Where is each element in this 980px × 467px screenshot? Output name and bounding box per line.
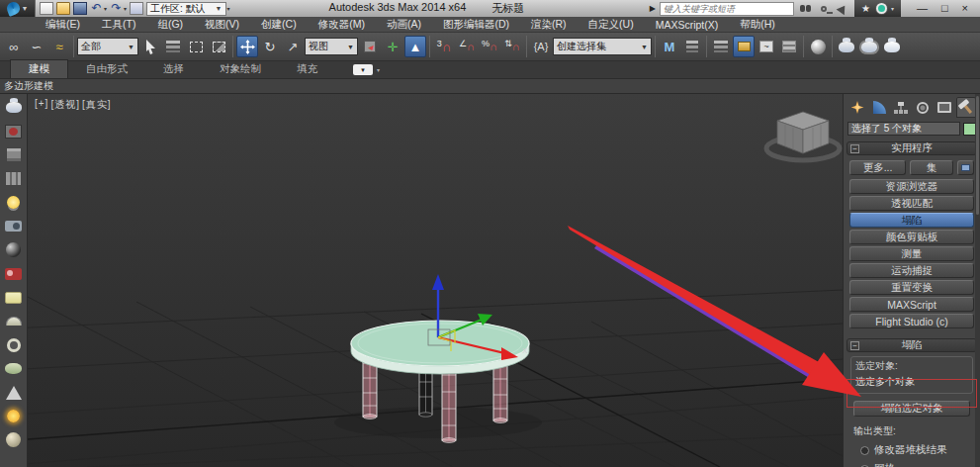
dark-sphere-icon[interactable] xyxy=(3,239,24,260)
ribbon-options-icon[interactable]: ▾ xyxy=(377,66,380,73)
ribbon-tab-selection[interactable]: 选择 xyxy=(145,60,202,78)
ribbon-tab-modeling[interactable]: 建模 xyxy=(10,59,68,78)
utilities-rollout-header[interactable]: − 实用程序 xyxy=(846,141,977,155)
application-menu-button[interactable]: ▼ xyxy=(0,0,36,18)
ribbon-toggle-icon[interactable] xyxy=(733,36,755,57)
red-camera-icon[interactable] xyxy=(3,263,24,284)
rendered-frame-icon[interactable] xyxy=(3,121,24,141)
teapot-primitive-icon[interactable] xyxy=(3,358,24,379)
named-selection-set-combo[interactable]: 创建选择集▼ xyxy=(553,38,652,55)
material-editor-icon[interactable] xyxy=(807,36,829,57)
menu-modifiers[interactable]: 修改器(M) xyxy=(309,18,375,32)
cone-primitive-icon[interactable] xyxy=(3,382,24,403)
collapse-rollout-icon[interactable]: − xyxy=(850,144,859,153)
menu-graph-editors[interactable]: 图形编辑器(D) xyxy=(433,18,519,32)
select-and-move-icon[interactable] xyxy=(236,36,258,57)
angle-snap-icon[interactable]: ∠∩ xyxy=(456,36,478,57)
ribbon-tab-freeform[interactable]: 自由形式 xyxy=(68,60,145,78)
workspace-options-icon[interactable]: ▾ xyxy=(227,5,230,12)
ribbon-minimize-icon[interactable]: ▼ xyxy=(353,64,373,75)
open-file-icon[interactable] xyxy=(56,2,70,15)
search-icon[interactable] xyxy=(798,2,813,16)
unlink-selection-icon[interactable]: ∽ xyxy=(26,36,47,57)
viewport-menu-pov[interactable]: [透视] xyxy=(50,98,80,112)
render-teapot-icon[interactable] xyxy=(3,97,24,118)
redo-dropdown-icon[interactable]: ▾ xyxy=(124,5,127,12)
configure-button-sets-icon[interactable] xyxy=(957,160,974,175)
close-button[interactable]: × xyxy=(962,1,968,16)
select-and-link-icon[interactable]: ∞ xyxy=(3,36,25,57)
mesh-radio[interactable]: 网格 xyxy=(846,457,977,467)
more-utilities-button[interactable]: 更多... xyxy=(849,160,906,175)
menu-maxscript[interactable]: MAXScript(X) xyxy=(646,19,729,31)
ribbon-tab-object-paint[interactable]: 对象绘制 xyxy=(202,60,279,78)
viewport-menu-shading[interactable]: [真实] xyxy=(82,98,112,112)
collapse-utility-button[interactable]: 塌陷 xyxy=(849,213,974,228)
render-elements-grid-icon[interactable] xyxy=(3,168,24,189)
sign-in-key-icon[interactable] xyxy=(817,2,832,16)
sphere-primitive-icon[interactable] xyxy=(3,429,24,450)
select-and-rotate-icon[interactable]: ↻ xyxy=(259,36,281,57)
menu-help[interactable]: 帮助(H) xyxy=(730,18,785,32)
ring-primitive-icon[interactable] xyxy=(3,334,24,355)
menu-views[interactable]: 视图(V) xyxy=(195,18,249,32)
schematic-view-icon[interactable] xyxy=(778,36,800,57)
menu-customize[interactable]: 自定义(U) xyxy=(579,18,644,32)
measure-button[interactable]: 测量 xyxy=(849,246,974,261)
reference-coordinate-select[interactable]: 视图▼ xyxy=(305,38,358,55)
rectangular-selection-region-icon[interactable] xyxy=(185,36,207,57)
workspace-selector[interactable]: 工作区: 默认 ▼ xyxy=(146,2,226,16)
undo-dropdown-icon[interactable]: ▾ xyxy=(104,5,107,12)
panel-scrollbar[interactable] xyxy=(975,94,980,467)
menu-rendering[interactable]: 渲染(R) xyxy=(521,18,577,32)
flight-studio-button[interactable]: Flight Studio (c) xyxy=(849,314,974,328)
create-tab-icon[interactable] xyxy=(847,97,867,118)
polygon-modeling-panel[interactable]: 多边形建模 xyxy=(0,79,53,93)
select-and-manipulate-icon[interactable]: ✛ xyxy=(382,36,403,57)
undo-icon[interactable]: ↶ xyxy=(90,2,103,15)
edit-named-selection-sets-icon[interactable]: {A} xyxy=(530,36,552,57)
mirror-icon[interactable]: M xyxy=(659,36,680,57)
minimize-button[interactable]: — xyxy=(917,1,928,16)
select-object-icon[interactable] xyxy=(139,36,161,57)
new-scene-icon[interactable] xyxy=(40,2,53,15)
favorites-star-icon[interactable]: ★ xyxy=(861,3,870,14)
table-top[interactable] xyxy=(351,321,529,374)
communication-center-icon[interactable] xyxy=(836,2,850,16)
percent-snap-icon[interactable]: %∩ xyxy=(479,36,500,57)
camera-icon[interactable] xyxy=(3,216,24,236)
snap-toggle-3d-icon[interactable]: 3∩ xyxy=(433,36,455,57)
curve-editor-icon[interactable]: ~ xyxy=(756,36,777,57)
modify-tab-icon[interactable] xyxy=(869,97,889,118)
sun-light-icon[interactable] xyxy=(3,406,24,426)
help-dropdown-icon[interactable]: ▾ xyxy=(891,5,894,12)
plane-primitive-icon[interactable] xyxy=(3,287,24,308)
motion-capture-button[interactable]: 运动捕捉 xyxy=(849,263,974,278)
selection-filter-select[interactable]: 全部▼ xyxy=(77,38,138,55)
ribbon-tab-populate[interactable]: 填充 xyxy=(279,60,335,78)
render-settings-list-icon[interactable] xyxy=(3,144,24,165)
reset-xform-button[interactable]: 重置变换 xyxy=(849,280,974,295)
utilities-tab-icon[interactable] xyxy=(956,97,976,118)
hierarchy-tab-icon[interactable] xyxy=(891,97,911,118)
menu-tools[interactable]: 工具(T) xyxy=(92,18,145,32)
rendered-frame-window-icon[interactable] xyxy=(858,36,880,57)
infocenter-expand-icon[interactable]: ▶ xyxy=(650,4,656,13)
save-file-icon[interactable] xyxy=(73,2,87,15)
collapse-rollout-header[interactable]: − 塌陷 xyxy=(846,338,977,352)
menu-group[interactable]: 组(G) xyxy=(147,18,193,32)
collapse-selected-button[interactable]: 塌陷选定对象 xyxy=(853,401,970,417)
redo-icon[interactable]: ↷ xyxy=(110,2,123,15)
radio-unselected-icon[interactable] xyxy=(860,446,869,455)
project-folder-icon[interactable] xyxy=(130,2,143,15)
layer-manager-icon[interactable] xyxy=(710,36,732,57)
perspective-match-button[interactable]: 透视匹配 xyxy=(849,196,974,211)
render-setup-icon[interactable] xyxy=(836,36,857,57)
object-name-field[interactable]: 选择了 5 个对象 xyxy=(847,122,960,136)
select-by-name-icon[interactable] xyxy=(162,36,184,57)
help-icon[interactable] xyxy=(876,3,887,14)
sets-button[interactable]: 集 xyxy=(910,160,953,175)
maximize-button[interactable]: □ xyxy=(941,1,948,16)
menu-edit[interactable]: 编辑(E) xyxy=(36,18,90,32)
color-clipboard-button[interactable]: 颜色剪贴板 xyxy=(849,230,974,244)
